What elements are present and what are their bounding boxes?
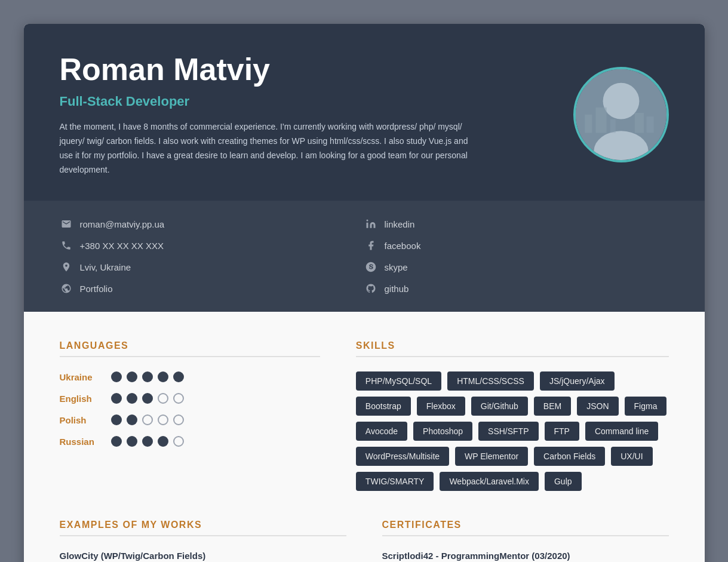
- skill-tag: Bootstrap: [356, 397, 411, 416]
- dot-empty: [173, 436, 184, 447]
- language-name: Russian: [60, 437, 102, 447]
- linkedin-text: linkedin: [385, 219, 415, 229]
- language-row: Polish: [60, 414, 320, 425]
- language-name: English: [60, 394, 102, 404]
- dot-filled: [111, 393, 122, 404]
- dot-filled: [111, 371, 122, 382]
- dot-empty: [158, 393, 168, 404]
- contact-col-left: roman@matviy.pp.ua +380 XX XX XX XXX Lvi…: [60, 217, 364, 295]
- skill-tag: HTML/CSS/SCSS: [447, 371, 534, 391]
- skill-tag: WP Elementor: [455, 447, 528, 466]
- contact-bar: roman@matviy.pp.ua +380 XX XX XX XXX Lvi…: [24, 201, 705, 312]
- github-text: github: [385, 284, 409, 294]
- skill-tag: Webpack/Laravel.Mix: [440, 472, 539, 491]
- skill-tag: WordPress/Multisite: [356, 447, 449, 466]
- skills-section: SKILLS PHP/MySQL/SQLHTML/CSS/SCSSJS/jQue…: [356, 340, 669, 491]
- person-title: Full-Stack Developer: [60, 94, 549, 109]
- avatar-image: [576, 69, 666, 160]
- dot-filled: [127, 436, 137, 447]
- dot-empty: [158, 414, 168, 425]
- works-list: GlowCity (WP/Twig/Carbon Fields): [60, 551, 346, 561]
- contact-col-right: linkedin facebook skype github: [364, 217, 669, 295]
- dot-filled: [158, 436, 168, 447]
- contact-linkedin[interactable]: linkedin: [364, 217, 669, 231]
- skype-text: skype: [385, 262, 408, 272]
- skills-grid: PHP/MySQL/SQLHTML/CSS/SCSSJS/jQuery/Ajax…: [356, 371, 669, 491]
- contact-skype[interactable]: skype: [364, 260, 669, 274]
- language-dots: [111, 371, 184, 382]
- person-name: Roman Matviy: [60, 53, 549, 87]
- work-item[interactable]: GlowCity (WP/Twig/Carbon Fields): [60, 551, 346, 561]
- dot-filled: [142, 371, 153, 382]
- skill-tag: Carbon Fields: [534, 447, 605, 466]
- contact-phone[interactable]: +380 XX XX XX XXX: [60, 239, 364, 252]
- skill-tag: Gulp: [545, 472, 582, 491]
- language-dots: [111, 393, 184, 404]
- language-row: Russian: [60, 436, 320, 447]
- dot-empty: [173, 393, 184, 404]
- avatar: [573, 67, 669, 162]
- dot-filled: [127, 393, 137, 404]
- skill-tag: Git/Github: [471, 397, 528, 416]
- skill-tag: Avocode: [356, 422, 407, 441]
- facebook-icon: [364, 239, 377, 252]
- skill-tag: JSON: [577, 397, 618, 416]
- certificates-title: CERTIFICATES: [382, 520, 669, 536]
- location-icon: [60, 260, 73, 274]
- dot-empty: [142, 414, 153, 425]
- language-name: Polish: [60, 415, 102, 425]
- dot-filled: [142, 393, 153, 404]
- contact-email[interactable]: roman@matviy.pp.ua: [60, 217, 364, 231]
- dot-filled: [127, 414, 137, 425]
- dot-filled: [173, 371, 184, 382]
- certificate-item: Scriptlodi42 - ProgrammingMentor (03/202…: [382, 551, 669, 561]
- skill-tag: Photoshop: [413, 422, 472, 441]
- svg-point-1: [603, 83, 639, 119]
- svg-point-8: [366, 220, 368, 222]
- language-row: Ukraine: [60, 371, 320, 382]
- skill-tag: JS/jQuery/Ajax: [540, 371, 615, 391]
- skype-icon: [364, 260, 377, 274]
- skill-tag: Figma: [625, 397, 667, 416]
- location-text: Lviv, Ukraine: [80, 262, 131, 272]
- main-content: LANGUAGES UkraineEnglishPolishRussian SK…: [24, 312, 705, 520]
- works-section: EXAMPLES OF MY WORKS GlowCity (WP/Twig/C…: [60, 520, 346, 562]
- skill-tag: TWIG/SMARTY: [356, 472, 434, 491]
- dot-filled: [127, 371, 137, 382]
- svg-rect-7: [646, 116, 653, 133]
- language-row: English: [60, 393, 320, 404]
- language-dots: [111, 414, 184, 425]
- phone-icon: [60, 239, 73, 252]
- bottom-content: EXAMPLES OF MY WORKS GlowCity (WP/Twig/C…: [24, 520, 705, 562]
- skill-tag: PHP/MySQL/SQL: [356, 371, 441, 391]
- email-icon: [60, 217, 73, 231]
- facebook-text: facebook: [385, 241, 421, 251]
- languages-title: LANGUAGES: [60, 340, 320, 357]
- portfolio-text: Portfolio: [80, 284, 113, 294]
- contact-facebook[interactable]: facebook: [364, 239, 669, 252]
- skill-tag: SSH/SFTP: [478, 422, 538, 441]
- resume-card: Roman Matviy Full-Stack Developer At the…: [24, 24, 705, 562]
- skill-tag: Command line: [585, 422, 658, 441]
- skill-tag: Flexbox: [417, 397, 465, 416]
- dot-empty: [173, 414, 184, 425]
- skill-tag: BEM: [534, 397, 571, 416]
- email-text: roman@matviy.pp.ua: [80, 219, 165, 229]
- certificates-list: Scriptlodi42 - ProgrammingMentor (03/202…: [382, 551, 669, 561]
- dot-filled: [111, 436, 122, 447]
- contact-portfolio[interactable]: Portfolio: [60, 282, 364, 295]
- github-icon: [364, 282, 377, 295]
- svg-rect-3: [585, 115, 592, 133]
- contact-github[interactable]: github: [364, 282, 669, 295]
- linkedin-icon: [364, 217, 377, 231]
- header-left: Roman Matviy Full-Stack Developer At the…: [60, 53, 549, 177]
- certificates-section: CERTIFICATES Scriptlodi42 - ProgrammingM…: [382, 520, 669, 562]
- svg-rect-5: [610, 119, 615, 133]
- language-dots: [111, 436, 184, 447]
- skills-title: SKILLS: [356, 340, 669, 357]
- skill-tag: UX/UI: [611, 447, 652, 466]
- dot-filled: [111, 414, 122, 425]
- works-title: EXAMPLES OF MY WORKS: [60, 520, 346, 536]
- phone-text: +380 XX XX XX XXX: [80, 241, 164, 251]
- person-bio: At the moment, I have 8 months of commer…: [60, 120, 478, 177]
